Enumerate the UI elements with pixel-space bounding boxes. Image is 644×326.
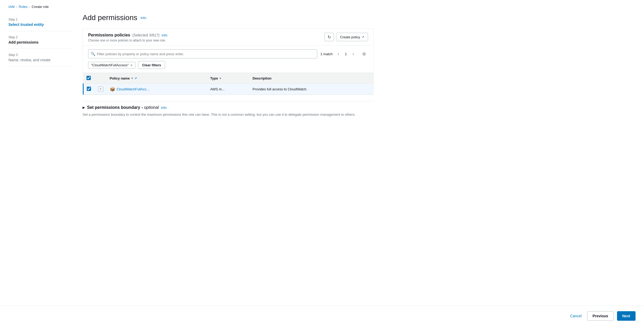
page-number: 1 (343, 52, 348, 56)
clear-filters-button[interactable]: Clear filters (138, 61, 165, 69)
page-info-link[interactable]: Info (140, 16, 146, 20)
breadcrumb-sep-2: › (29, 5, 30, 8)
breadcrumb-iam[interactable]: IAM (8, 5, 15, 9)
policy-name-col-label: Policy name (110, 76, 130, 80)
sort-arrow-icon: ▼ (131, 77, 133, 80)
th-type: Type ▼ (207, 73, 250, 84)
panel-actions: ↻ Create policy ↗ (324, 33, 368, 41)
row-checkbox[interactable] (87, 87, 91, 91)
table-body: +📦CloudWatchFullAcc...AWS m...Provides f… (83, 84, 374, 95)
permissions-boundary: ▶ Set permissions boundary - optional In… (83, 101, 374, 122)
description-col-label: Description (253, 76, 272, 80)
step1-name[interactable]: Select trusted entity (8, 22, 72, 27)
type-col-label: Type (210, 76, 218, 80)
create-policy-label: Create policy (340, 35, 360, 39)
breadcrumb-current: Create role (32, 5, 49, 9)
external-link-col-icon[interactable]: ↗ (134, 77, 137, 80)
breadcrumb: IAM › Roles › Create role (0, 0, 644, 11)
table-header-row: Policy name ▼ ↗ Type ▼ (83, 73, 374, 84)
row-policy-name: CloudWatchFullAcc... (117, 87, 149, 91)
boundary-title: Set permissions boundary - optional (87, 105, 159, 110)
row-type-cell: AWS m... (207, 84, 250, 95)
policy-name-sort[interactable]: Policy name ▼ ↗ (110, 76, 137, 80)
th-policy-name: Policy name ▼ ↗ (107, 73, 207, 84)
table-wrapper: Policy name ▼ ↗ Type ▼ (83, 73, 373, 95)
search-area: 🔍 1 match ‹ 1 › ⚙ (83, 46, 373, 73)
settings-icon: ⚙ (362, 52, 366, 57)
sidebar-step-3: Step 3 Name, review, and create (8, 49, 72, 67)
row-policy-name-link[interactable]: 📦CloudWatchFullAcc... (110, 87, 204, 92)
panel-count: (Selected 3/817) (132, 33, 160, 37)
row-expand-button[interactable]: + (98, 86, 103, 92)
search-icon: 🔍 (91, 52, 95, 56)
refresh-button[interactable]: ↻ (324, 33, 334, 41)
boundary-header[interactable]: ▶ Set permissions boundary - optional In… (83, 101, 374, 112)
filter-chip: "CloudWatchFullAccess" × (88, 62, 135, 68)
content-area: Add permissions Info Permissions policie… (83, 11, 374, 297)
external-link-icon: ↗ (362, 35, 364, 39)
permissions-panel: Permissions policies (Selected 3/817) In… (83, 28, 374, 95)
row-description-cell: Provides full access to CloudWatch. (250, 84, 374, 95)
panel-subtitle: Choose one or more policies to attach to… (88, 39, 167, 42)
boundary-title-italic: optional (144, 105, 159, 110)
panel-title-area: Permissions policies (Selected 3/817) In… (88, 33, 167, 42)
boundary-title-text: Set permissions boundary - (87, 105, 143, 110)
next-page-button[interactable]: › (350, 50, 357, 58)
search-input-wrapper: 🔍 (88, 49, 317, 58)
panel-header: Permissions policies (Selected 3/817) In… (83, 29, 373, 46)
sidebar-step-1: Step 1 Select trusted entity (8, 13, 72, 31)
previous-button[interactable]: Previous (587, 311, 614, 321)
row-policy-name-cell: 📦CloudWatchFullAcc... (107, 84, 207, 95)
match-info: 1 match ‹ 1 › (320, 50, 357, 58)
search-input[interactable] (88, 49, 317, 58)
step2-label: Step 2 (8, 35, 72, 39)
th-description: Description (250, 73, 374, 84)
type-sort[interactable]: Type ▼ (210, 76, 222, 80)
boundary-triangle-icon: ▶ (83, 106, 85, 109)
policies-table: Policy name ▼ ↗ Type ▼ (83, 73, 373, 95)
boundary-info-link[interactable]: Info (161, 106, 167, 110)
page-title: Add permissions Info (83, 13, 374, 22)
step1-label: Step 1 (8, 18, 72, 21)
refresh-icon: ↻ (328, 35, 331, 40)
filter-chips-row: "CloudWatchFullAccess" × Clear filters (88, 61, 368, 69)
create-policy-button[interactable]: Create policy ↗ (336, 33, 368, 41)
th-expand (95, 73, 107, 84)
breadcrumb-roles[interactable]: Roles (19, 5, 28, 9)
row-expand-cell: + (95, 84, 107, 95)
policy-icon: 📦 (110, 87, 115, 92)
chip-value: "CloudWatchFullAccess" (91, 63, 129, 67)
chip-remove-button[interactable]: × (130, 63, 133, 67)
settings-icon-button[interactable]: ⚙ (360, 50, 368, 58)
boundary-subtitle: Set a permissions boundary to control th… (83, 112, 374, 117)
row-checkbox-cell (83, 84, 95, 95)
cancel-button[interactable]: Cancel (568, 311, 584, 321)
pagination-controls: ‹ 1 › (335, 50, 357, 58)
th-checkbox (83, 73, 95, 84)
step3-name: Name, review, and create (8, 58, 72, 62)
select-all-checkbox[interactable] (87, 76, 91, 80)
prev-page-button[interactable]: ‹ (335, 50, 342, 58)
type-sort-arrow-icon: ▼ (219, 77, 222, 80)
sidebar-step-2: Step 2 Add permissions (8, 31, 72, 49)
table-row: +📦CloudWatchFullAcc...AWS m...Provides f… (83, 84, 374, 95)
panel-title: Permissions policies (88, 33, 130, 38)
step2-name: Add permissions (8, 40, 72, 44)
sidebar: Step 1 Select trusted entity Step 2 Add … (8, 11, 72, 297)
footer: Cancel Previous Next (0, 306, 644, 326)
next-button[interactable]: Next (617, 311, 636, 321)
step3-label: Step 3 (8, 53, 72, 57)
search-row: 🔍 1 match ‹ 1 › ⚙ (88, 49, 368, 58)
panel-info-link[interactable]: Info (162, 33, 167, 37)
match-text: 1 match (320, 52, 333, 56)
breadcrumb-sep-1: › (16, 5, 17, 8)
